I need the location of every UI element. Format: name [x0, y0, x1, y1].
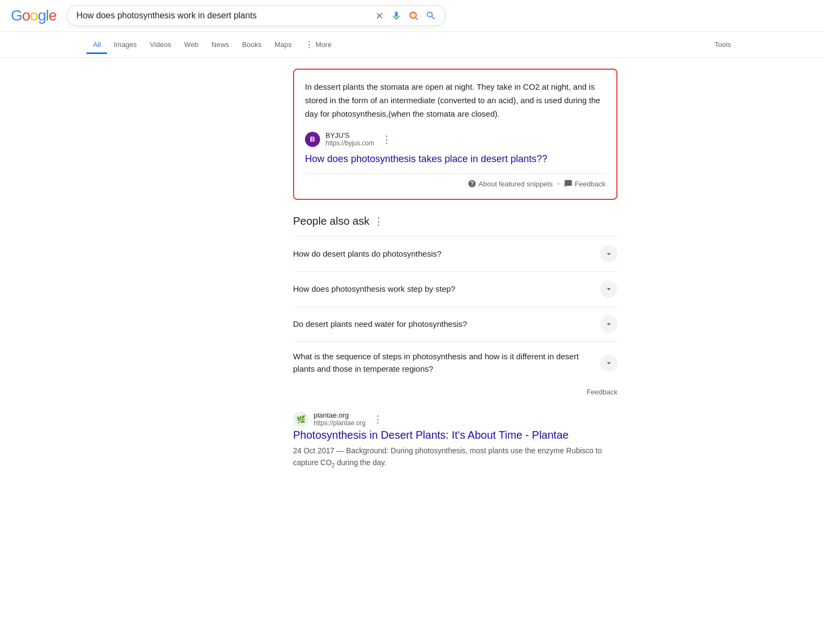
paa-expand-icon-1 — [600, 245, 617, 263]
about-snippets-link[interactable]: About featured snippets — [468, 179, 553, 188]
search-bar — [67, 5, 446, 26]
paa-heading: People also ask — [293, 215, 369, 227]
logo-letter-g: G — [11, 7, 22, 24]
result-title-link[interactable]: Photosynthesis in Desert Plants: It's Ab… — [293, 429, 617, 441]
paa-question-4: What is the sequence of steps in photosy… — [293, 351, 600, 375]
search-input[interactable] — [76, 11, 370, 21]
nav-item-videos[interactable]: Videos — [143, 35, 178, 54]
separator: • — [557, 180, 560, 188]
logo-letter-e: e — [49, 7, 57, 24]
paa-question-1: How do desert plants do photosynthesis? — [293, 248, 600, 260]
about-snippets-label: About featured snippets — [479, 180, 553, 188]
nav-item-more[interactable]: ⋮ More — [298, 34, 338, 55]
result-favicon: 🌿 — [293, 412, 308, 427]
paa-question-3: Do desert plants need water for photosyn… — [293, 318, 600, 331]
nav-item-all[interactable]: All — [87, 35, 107, 54]
microphone-icon — [391, 10, 402, 21]
source-options-button[interactable]: ⋮ — [382, 133, 391, 145]
snippet-text: In dessert plants the stomata are open a… — [305, 81, 606, 120]
nav-item-images[interactable]: Images — [107, 35, 143, 54]
lens-icon — [408, 10, 419, 21]
snippet-feedback-button[interactable]: Feedback — [564, 179, 606, 188]
header: Google — [0, 0, 824, 32]
svg-line-2 — [416, 17, 418, 19]
paa-feedback-button[interactable]: Feedback — [293, 384, 617, 396]
nav-item-books[interactable]: Books — [236, 35, 268, 54]
lens-search-button[interactable] — [408, 10, 419, 21]
paa-item-2[interactable]: How does photosynthesis work step by ste… — [293, 271, 617, 306]
more-dots-icon: ⋮ — [305, 39, 314, 50]
more-label: More — [316, 41, 332, 49]
paa-expand-icon-4 — [600, 354, 617, 372]
search-icon-group — [375, 10, 436, 21]
search-submit-button[interactable] — [426, 10, 436, 21]
paa-item-1[interactable]: How do desert plants do photosynthesis? — [293, 236, 617, 271]
main-content: In dessert plants the stomata are open a… — [207, 58, 617, 481]
search-nav: All Images Videos Web News Books Maps ⋮ … — [0, 32, 824, 58]
close-icon — [375, 11, 384, 21]
voice-search-button[interactable] — [391, 10, 402, 21]
logo-letter-o1: o — [22, 7, 30, 24]
paa-header: People also ask ⋮ — [293, 215, 617, 227]
snippet-footer: About featured snippets • Feedback — [305, 173, 606, 188]
search-result-plantae: 🌿 plantae.org https://plantae.org ⋮ Phot… — [293, 411, 617, 470]
search-icon — [426, 10, 436, 21]
result-source-info: plantae.org https://plantae.org — [314, 411, 366, 427]
paa-item-3[interactable]: Do desert plants need water for photosyn… — [293, 306, 617, 341]
result-options-button[interactable]: ⋮ — [373, 413, 383, 425]
source-name: BYJU'S — [325, 131, 374, 139]
snippet-source: B BYJU'S https://byjus.com ⋮ — [305, 131, 606, 147]
nav-item-web[interactable]: Web — [178, 35, 205, 54]
question-icon — [468, 179, 476, 188]
clear-search-button[interactable] — [375, 11, 384, 21]
feedback-icon — [564, 179, 573, 188]
result-source-row: 🌿 plantae.org https://plantae.org ⋮ — [293, 411, 617, 427]
source-favicon: B — [305, 132, 320, 147]
paa-expand-icon-3 — [600, 316, 617, 333]
snippet-feedback-label: Feedback — [575, 180, 606, 188]
result-desc-separator: — — [336, 446, 346, 455]
nav-tools-button[interactable]: Tools — [708, 35, 737, 54]
paa-expand-icon-2 — [600, 280, 617, 298]
svg-point-1 — [411, 14, 415, 17]
paa-options-button[interactable]: ⋮ — [374, 216, 383, 227]
source-url: https://byjus.com — [325, 139, 374, 147]
snippet-link[interactable]: How does photosynthesis takes place in d… — [305, 153, 606, 165]
paa-item-4[interactable]: What is the sequence of steps in photosy… — [293, 341, 617, 384]
people-also-ask-section: People also ask ⋮ How do desert plants d… — [293, 215, 617, 396]
logo-letter-g2: g — [38, 7, 46, 24]
nav-item-maps[interactable]: Maps — [268, 35, 298, 54]
paa-question-2: How does photosynthesis work step by ste… — [293, 283, 600, 296]
source-info: BYJU'S https://byjus.com — [325, 131, 374, 147]
result-date: 24 Oct 2017 — [293, 446, 334, 455]
featured-snippet: In dessert plants the stomata are open a… — [293, 69, 617, 200]
result-desc-end: during the day. — [335, 458, 386, 467]
result-source-url: https://plantae.org — [314, 419, 366, 427]
google-logo: Google — [11, 7, 56, 24]
nav-item-news[interactable]: News — [205, 35, 236, 54]
result-source-name: plantae.org — [314, 411, 366, 419]
logo-letter-o2: o — [30, 7, 38, 24]
result-description: 24 Oct 2017 — Background: During photosy… — [293, 445, 617, 470]
